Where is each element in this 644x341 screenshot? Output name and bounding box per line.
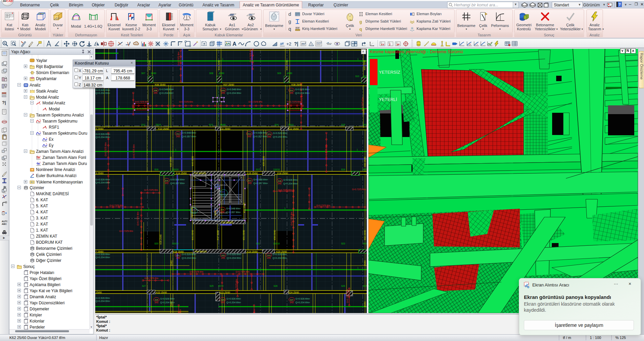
svg-text:Z: Z bbox=[389, 43, 391, 46]
svg-text:75/10: 75/10 bbox=[155, 124, 161, 126]
svg-text:?|: ?| bbox=[294, 41, 298, 46]
svg-text:S17: S17 bbox=[256, 168, 260, 171]
svg-text:60/50: 60/50 bbox=[363, 285, 367, 287]
svg-text:Q=0.204 tf/m²: Q=0.204 tf/m² bbox=[96, 136, 110, 139]
svg-text:S19: S19 bbox=[341, 168, 345, 171]
svg-text:YETERLİ: YETERLİ bbox=[379, 97, 397, 102]
svg-text:g: g bbox=[359, 19, 362, 24]
svg-text:G=0.7375 tf/m: G=0.7375 tf/m bbox=[179, 309, 181, 313]
svg-text:G=0.548 tf/m²: G=0.548 tf/m² bbox=[253, 132, 268, 134]
svg-text:D10: D10 bbox=[290, 90, 293, 92]
svg-text:1: 1 bbox=[357, 267, 359, 269]
svg-text:d=15: d=15 bbox=[267, 136, 271, 138]
svg-text:25/60: 25/60 bbox=[96, 291, 102, 294]
svg-text:?: ? bbox=[476, 43, 478, 46]
svg-text:Q=0.204 tf/m²: Q=0.204 tf/m² bbox=[160, 301, 175, 304]
svg-text:D09: D09 bbox=[221, 90, 225, 92]
svg-text:G=0.548 tf/m²: G=0.548 tf/m² bbox=[227, 88, 242, 91]
svg-text:K20 25/60: K20 25/60 bbox=[276, 250, 287, 253]
svg-text:K23 25/60: K23 25/60 bbox=[219, 291, 230, 294]
svg-text:Q=0.204 tf/m²: Q=0.204 tf/m² bbox=[273, 136, 288, 138]
svg-text:G=0.526 tf/m²: G=0.526 tf/m² bbox=[96, 297, 110, 299]
svg-text:d=15: d=15 bbox=[153, 92, 157, 94]
svg-text:G=0.548 tf/m²: G=0.548 tf/m² bbox=[253, 178, 268, 181]
svg-text:G=0.7375 tf/m: G=0.7375 tf/m bbox=[316, 204, 330, 207]
svg-text:25/60: 25/60 bbox=[170, 301, 173, 307]
svg-text:Q=0.204 tf/m²: Q=0.204 tf/m² bbox=[283, 182, 298, 185]
svg-text:S23: S23 bbox=[341, 242, 345, 245]
svg-text:1: 1 bbox=[175, 148, 176, 151]
svg-text:S20: S20 bbox=[154, 242, 158, 245]
svg-text:G=0.526 tf/m²: G=0.526 tf/m² bbox=[227, 253, 242, 255]
svg-text:S09: S09 bbox=[277, 72, 281, 74]
svg-text:K43 25/50: K43 25/50 bbox=[191, 156, 194, 166]
svg-text:G=0.7375 tf/m: G=0.7375 tf/m bbox=[352, 188, 366, 191]
svg-text:1: 1 bbox=[284, 207, 286, 209]
svg-text:G=0.7375 tf/m: G=0.7375 tf/m bbox=[137, 212, 139, 226]
svg-text:45/45: 45/45 bbox=[220, 124, 226, 126]
svg-text:Q=0.204 tf/m²: Q=0.204 tf/m² bbox=[295, 301, 310, 304]
svg-text:G=0.526 tf/m²: G=0.526 tf/m² bbox=[182, 253, 196, 255]
svg-text:G=0.526 tf/m²: G=0.526 tf/m² bbox=[96, 178, 110, 181]
svg-text:G=0.7375 tf/m: G=0.7375 tf/m bbox=[177, 52, 180, 66]
svg-text:S28: S28 bbox=[274, 285, 278, 287]
svg-text:P01 460/25: P01 460/25 bbox=[194, 172, 206, 174]
svg-text:25/60: 25/60 bbox=[364, 260, 366, 266]
svg-text:G=0.7375 tf/m: G=0.7375 tf/m bbox=[325, 144, 327, 158]
svg-text:G=0.7375 tf/m: G=0.7375 tf/m bbox=[144, 189, 158, 191]
svg-text:G=0.7375 tf/m: G=0.7375 tf/m bbox=[300, 94, 303, 108]
svg-text:60/10: 60/10 bbox=[363, 124, 367, 126]
svg-text:G=0.526 tf/m²: G=0.526 tf/m² bbox=[273, 132, 288, 134]
svg-text:G=0.548 tf/m²: G=0.548 tf/m² bbox=[226, 207, 241, 210]
svg-text:30/80: 30/80 bbox=[219, 72, 224, 74]
svg-text:G=0.526 tf/m²: G=0.526 tf/m² bbox=[295, 88, 310, 91]
svg-text:d=15: d=15 bbox=[165, 182, 168, 184]
svg-text:D27: D27 bbox=[290, 299, 293, 301]
svg-text:K52 25/60: K52 25/60 bbox=[243, 203, 246, 213]
svg-text:d=15: d=15 bbox=[289, 92, 293, 94]
svg-text:Q=0.204 tf/m²: Q=0.204 tf/m² bbox=[226, 301, 241, 304]
svg-text:G=0.526 tf/m²: G=0.526 tf/m² bbox=[160, 298, 175, 300]
svg-text:G=0.7375 tf/m: G=0.7375 tf/m bbox=[104, 142, 107, 156]
svg-text:K14 25/60: K14 25/60 bbox=[176, 172, 187, 174]
svg-text:60/10: 60/10 bbox=[363, 168, 367, 171]
svg-text:Q=0.357 tf/m²: Q=0.357 tf/m² bbox=[253, 182, 268, 185]
svg-text:d=15: d=15 bbox=[176, 136, 180, 138]
svg-text:25/60: 25/60 bbox=[214, 210, 217, 216]
svg-text:30/70: 30/70 bbox=[218, 285, 224, 287]
svg-text:Q=0.204 tf/m²: Q=0.204 tf/m² bbox=[227, 92, 242, 95]
svg-text:Q=0.357 tf/m²: Q=0.357 tf/m² bbox=[170, 182, 185, 185]
svg-text:G=0.7375 tf/m: G=0.7375 tf/m bbox=[235, 279, 238, 293]
svg-text:K08 25/60: K08 25/60 bbox=[291, 83, 302, 86]
svg-text:?|: ?| bbox=[2, 100, 6, 105]
svg-text:D25: D25 bbox=[155, 299, 158, 301]
svg-text:D08: D08 bbox=[154, 90, 157, 92]
svg-text:D17: D17 bbox=[248, 180, 251, 182]
svg-text:9 25/60: 9 25/60 bbox=[96, 128, 103, 130]
svg-text:1: 1 bbox=[357, 148, 358, 151]
svg-text:7 25/60: 7 25/60 bbox=[96, 250, 103, 253]
svg-text:G=0.548 tf/m²: G=0.548 tf/m² bbox=[182, 132, 196, 134]
svg-text:d=15: d=15 bbox=[247, 136, 251, 138]
svg-text:S08: S08 bbox=[209, 72, 213, 74]
svg-text:G=0.7375 tf/m: G=0.7375 tf/m bbox=[189, 271, 203, 273]
svg-text:G=0.7375 tf/m: G=0.7375 tf/m bbox=[236, 271, 249, 273]
svg-text:60/10: 60/10 bbox=[363, 242, 367, 245]
svg-text:25/60: 25/60 bbox=[170, 260, 173, 266]
svg-text:K12 25/60: K12 25/60 bbox=[288, 128, 299, 130]
svg-text:110/10: 110/10 bbox=[273, 168, 280, 171]
svg-text:Q=0.204 tf/m²: Q=0.204 tf/m² bbox=[159, 92, 174, 95]
svg-text:A: A bbox=[232, 41, 237, 47]
svg-text:YETERSİZ: YETERSİZ bbox=[379, 70, 400, 75]
svg-text:d=15: d=15 bbox=[154, 302, 158, 304]
svg-text:G=0.7375 tf/m: G=0.7375 tf/m bbox=[119, 230, 133, 232]
svg-text:+: + bbox=[39, 155, 41, 158]
svg-text:Q=0.204 tf/m²: Q=0.204 tf/m² bbox=[295, 92, 310, 95]
svg-text:25/60: 25/60 bbox=[362, 109, 365, 114]
svg-text:+: + bbox=[46, 143, 47, 145]
svg-text:d=15: d=15 bbox=[221, 302, 224, 304]
svg-text:Q=0.204 tf/m²: Q=0.204 tf/m² bbox=[96, 181, 110, 184]
svg-text:S27: S27 bbox=[142, 285, 146, 287]
svg-text:K11 25/60: K11 25/60 bbox=[220, 128, 230, 130]
svg-text:K06 25/60: K06 25/60 bbox=[155, 83, 166, 86]
